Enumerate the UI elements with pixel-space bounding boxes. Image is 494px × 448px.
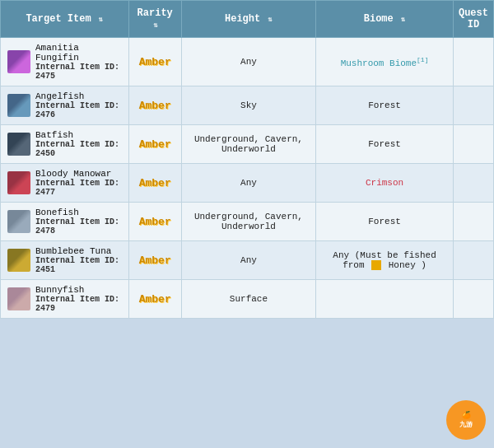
biome-cell: Forest bbox=[316, 125, 454, 164]
item-name: Batfish bbox=[35, 130, 119, 140]
item-cell: Bloody ManowarInternal Item ID:2477 bbox=[1, 164, 129, 203]
item-name: Bloody Manowar bbox=[35, 169, 119, 179]
item-cell: BatfishInternal Item ID:2450 bbox=[1, 125, 129, 164]
sort-icon-target: ⇅ bbox=[99, 15, 103, 24]
col-height[interactable]: Height ⇅ bbox=[181, 1, 315, 38]
watermark-logo: 🍊九游 bbox=[446, 400, 486, 440]
item-id: Internal Item ID:2479 bbox=[35, 295, 119, 313]
biome-cell: Any (Must be fished from Honey ) bbox=[316, 241, 454, 280]
item-name: Amanitia Fungifin bbox=[35, 43, 122, 63]
height-cell: Underground, Cavern, Underworld bbox=[181, 125, 315, 164]
fish-table: Target Item ⇅ Rarity ⇅ Height ⇅ Biome ⇅ … bbox=[0, 0, 494, 319]
height-cell: Underground, Cavern, Underworld bbox=[181, 203, 315, 241]
quest-id-cell bbox=[453, 280, 493, 319]
item-name: Bonefish bbox=[35, 208, 119, 217]
table-row: BatfishInternal Item ID:2450AmberUndergr… bbox=[1, 125, 494, 164]
sort-icon-rarity: ⇅ bbox=[154, 21, 158, 30]
table-row: BunnyfishInternal Item ID:2479AmberSurfa… bbox=[1, 280, 494, 319]
sort-icon-biome: ⇅ bbox=[401, 15, 405, 24]
table-row: Bumblebee TunaInternal Item ID:2451Amber… bbox=[1, 241, 494, 280]
col-quest-id[interactable]: QuestID bbox=[453, 1, 493, 38]
quest-id-cell bbox=[453, 164, 493, 203]
rarity-value: Amber bbox=[139, 138, 171, 151]
rarity-cell: Amber bbox=[128, 164, 181, 203]
table-header: Target Item ⇅ Rarity ⇅ Height ⇅ Biome ⇅ … bbox=[1, 1, 494, 38]
height-cell: Any bbox=[181, 164, 315, 203]
item-id: Internal Item ID:2478 bbox=[35, 217, 119, 236]
rarity-value: Amber bbox=[139, 216, 171, 228]
fish-icon bbox=[7, 249, 30, 272]
rarity-cell: Amber bbox=[128, 203, 181, 241]
table-row: Amanitia FungifinInternal Item ID:2475Am… bbox=[1, 38, 494, 86]
table-row: BonefishInternal Item ID:2478AmberUnderg… bbox=[1, 203, 494, 241]
col-biome[interactable]: Biome ⇅ bbox=[316, 1, 454, 38]
item-name: Angelfish bbox=[35, 91, 119, 101]
fish-icon bbox=[7, 50, 30, 73]
honey-icon bbox=[371, 260, 381, 270]
item-id: Internal Item ID:2451 bbox=[35, 256, 119, 274]
biome-cell: Forest bbox=[316, 86, 454, 125]
rarity-value: Amber bbox=[139, 100, 171, 112]
quest-id-cell bbox=[453, 241, 493, 280]
quest-id-cell bbox=[453, 125, 493, 164]
height-cell: Sky bbox=[181, 86, 315, 125]
biome-link[interactable]: Mushroom Biome bbox=[341, 58, 417, 68]
biome-cell bbox=[316, 280, 454, 319]
fish-icon bbox=[7, 210, 30, 233]
rarity-cell: Amber bbox=[128, 125, 181, 164]
fish-icon bbox=[7, 287, 30, 310]
table-body: Amanitia FungifinInternal Item ID:2475Am… bbox=[1, 38, 494, 319]
item-name: Bunnyfish bbox=[35, 285, 119, 295]
rarity-value: Amber bbox=[139, 293, 171, 306]
rarity-cell: Amber bbox=[128, 38, 181, 86]
quest-id-cell bbox=[453, 203, 493, 241]
col-rarity[interactable]: Rarity ⇅ bbox=[128, 1, 181, 38]
height-cell: Any bbox=[181, 241, 315, 280]
rarity-value: Amber bbox=[139, 177, 171, 189]
item-cell: AngelfishInternal Item ID:2476 bbox=[1, 86, 129, 125]
biome-cell: Crimson bbox=[316, 164, 454, 203]
rarity-value: Amber bbox=[139, 56, 171, 68]
biome-value: Crimson bbox=[366, 178, 403, 188]
item-cell: Amanitia FungifinInternal Item ID:2475 bbox=[1, 38, 129, 86]
item-id: Internal Item ID:2450 bbox=[35, 140, 119, 158]
sort-icon-height: ⇅ bbox=[268, 15, 272, 24]
item-id: Internal Item ID:2476 bbox=[35, 101, 119, 119]
fish-icon bbox=[7, 133, 30, 156]
fish-icon bbox=[7, 94, 30, 117]
item-id: Internal Item ID:2477 bbox=[35, 179, 119, 197]
quest-id-cell bbox=[453, 38, 493, 86]
item-id: Internal Item ID:2475 bbox=[35, 63, 122, 81]
rarity-cell: Amber bbox=[128, 86, 181, 125]
item-cell: BonefishInternal Item ID:2478 bbox=[1, 203, 129, 241]
biome-superscript: [1] bbox=[417, 56, 428, 63]
height-cell: Surface bbox=[181, 280, 315, 319]
item-cell: BunnyfishInternal Item ID:2479 bbox=[1, 280, 129, 319]
rarity-cell: Amber bbox=[128, 241, 181, 280]
fish-icon bbox=[7, 171, 30, 194]
item-name: Bumblebee Tuna bbox=[35, 246, 119, 256]
biome-cell: Forest bbox=[316, 203, 454, 241]
table-row: AngelfishInternal Item ID:2476AmberSkyFo… bbox=[1, 86, 494, 125]
height-cell: Any bbox=[181, 38, 315, 86]
biome-cell: Mushroom Biome[1] bbox=[316, 38, 454, 86]
col-target-item[interactable]: Target Item ⇅ bbox=[1, 1, 129, 38]
rarity-value: Amber bbox=[139, 254, 171, 267]
rarity-cell: Amber bbox=[128, 280, 181, 319]
item-cell: Bumblebee TunaInternal Item ID:2451 bbox=[1, 241, 129, 280]
table-row: Bloody ManowarInternal Item ID:2477Amber… bbox=[1, 164, 494, 203]
quest-id-cell bbox=[453, 86, 493, 125]
